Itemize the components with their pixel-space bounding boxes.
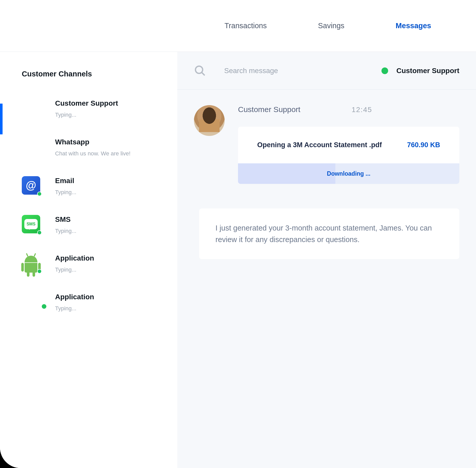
channel-name: Customer Support	[55, 99, 118, 107]
channel-name: Email	[55, 177, 76, 185]
active-channel-indicator	[0, 104, 3, 134]
message-time: 12:45	[351, 106, 372, 114]
app-frame: Transactions Savings Messages Customer C…	[0, 0, 476, 468]
channel-application-android[interactable]: Application Typing...	[0, 254, 177, 273]
channel-name: Whatsapp	[55, 138, 130, 146]
status-dot-icon	[37, 230, 42, 235]
message-sender: Customer Support	[238, 105, 300, 114]
channel-status: Typing...	[55, 228, 76, 234]
svg-line-1	[202, 73, 205, 75]
header-support-status: Customer Support	[381, 67, 459, 75]
nav-transactions[interactable]: Transactions	[224, 22, 267, 30]
sidebar: Customer Channels Customer Support Typin…	[0, 52, 177, 468]
email-icon: @	[22, 176, 41, 195]
android-icon	[22, 254, 41, 273]
download-status: Downloading ...	[327, 170, 370, 177]
channel-email[interactable]: @ Email Typing...	[0, 176, 177, 196]
content-panel: Customer Support Customer Support 12:45 …	[177, 52, 476, 468]
whatsapp-icon	[22, 137, 41, 157]
channel-name: Application	[55, 293, 94, 301]
channel-status: Typing...	[55, 189, 76, 196]
main-area: Customer Channels Customer Support Typin…	[0, 52, 476, 468]
application-icon	[22, 292, 41, 312]
nav-savings[interactable]: Savings	[318, 22, 344, 30]
svg-point-0	[195, 66, 203, 73]
channel-status: Chat with us now. We are live!	[55, 150, 130, 157]
status-dot-icon	[37, 269, 42, 274]
channel-sms[interactable]: SMS SMS Typing...	[0, 215, 177, 234]
top-nav: Transactions Savings Messages	[0, 0, 476, 52]
channel-name: Application	[55, 254, 94, 262]
channel-application[interactable]: Application Typing...	[0, 292, 177, 312]
chat-body: Customer Support 12:45 Opening a 3M Acco…	[177, 90, 476, 275]
sidebar-title: Customer Channels	[0, 70, 177, 78]
avatar	[194, 105, 225, 136]
channel-status: Typing...	[55, 112, 118, 118]
file-attachment-card[interactable]: Opening a 3M Account Statement .pdf 760.…	[238, 127, 459, 184]
download-progress-bar: Downloading ...	[238, 163, 459, 184]
message-row: Customer Support 12:45 Opening a 3M Acco…	[194, 105, 459, 199]
file-size: 760.90 KB	[407, 141, 440, 149]
channel-name: SMS	[55, 215, 76, 224]
customer-support-icon	[22, 99, 41, 118]
file-name: Opening a 3M Account Statement .pdf	[257, 141, 382, 149]
channel-whatsapp[interactable]: Whatsapp Chat with us now. We are live!	[0, 137, 177, 157]
status-dot-icon	[42, 304, 46, 309]
header-support-label: Customer Support	[396, 67, 459, 75]
message-text-bubble: I just generated your 3-month account st…	[199, 208, 459, 259]
status-dot-icon	[37, 192, 42, 196]
search-input[interactable]	[224, 67, 381, 75]
sms-icon: SMS	[22, 215, 41, 234]
channel-customer-support[interactable]: Customer Support Typing...	[0, 99, 177, 118]
channel-status: Typing...	[55, 266, 94, 273]
nav-messages[interactable]: Messages	[396, 22, 431, 30]
channel-status: Typing...	[55, 305, 94, 312]
content-header: Customer Support	[177, 52, 476, 90]
online-status-icon	[381, 67, 388, 74]
search-icon	[194, 65, 206, 77]
